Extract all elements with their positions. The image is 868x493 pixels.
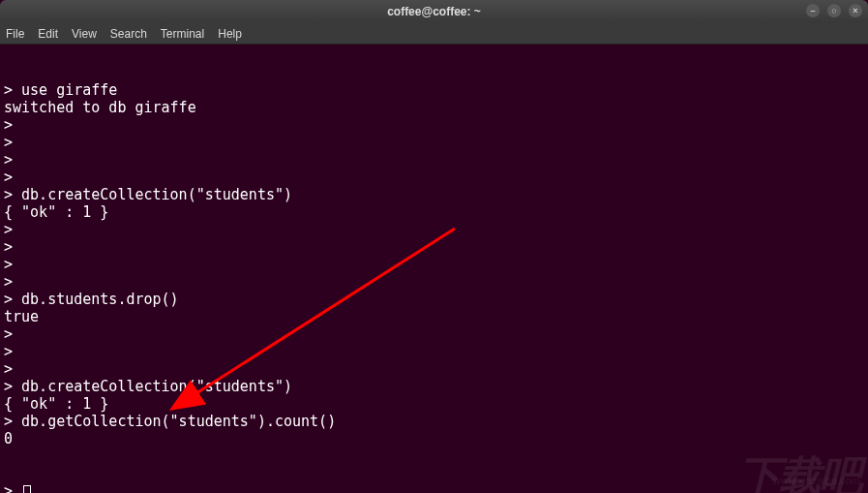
terminal-line: { "ok" : 1 }	[4, 203, 864, 221]
terminal-line: >	[4, 256, 864, 273]
menu-search[interactable]: Search	[110, 27, 147, 41]
terminal-line: >	[4, 343, 864, 360]
terminal-line: >	[4, 116, 864, 134]
terminal-line: > use giraffe	[4, 81, 864, 99]
terminal-viewport[interactable]: > use giraffeswitched to db giraffe> > >…	[0, 45, 868, 493]
terminal-line: >	[4, 273, 864, 291]
terminal-prompt-line: >	[4, 482, 864, 493]
minimize-button[interactable]: –	[806, 4, 820, 17]
terminal-line: switched to db giraffe	[4, 99, 864, 116]
menu-edit[interactable]: Edit	[38, 27, 58, 41]
menu-help[interactable]: Help	[218, 27, 242, 41]
close-button[interactable]: ×	[849, 4, 862, 17]
terminal-line: >	[4, 221, 864, 238]
menu-file[interactable]: File	[6, 27, 24, 41]
terminal-line: >	[4, 325, 864, 343]
terminal-line: >	[4, 238, 864, 256]
terminal-line: true	[4, 308, 864, 325]
terminal-cursor	[23, 485, 31, 493]
window-title: coffee@coffee: ~	[387, 5, 481, 18]
menubar: File Edit View Search Terminal Help	[0, 23, 868, 45]
terminal-line: >	[4, 169, 864, 186]
terminal-content: > use giraffeswitched to db giraffe> > >…	[4, 81, 864, 447]
terminal-line: > db.createCollection("students")	[4, 186, 864, 203]
menu-view[interactable]: View	[72, 27, 97, 41]
terminal-line: >	[4, 134, 864, 151]
maximize-button[interactable]: ○	[827, 4, 841, 17]
terminal-line: > db.getCollection("students").count()	[4, 413, 864, 430]
window-controls: – ○ ×	[806, 4, 862, 17]
terminal-line: 0	[4, 430, 864, 447]
terminal-line: { "ok" : 1 }	[4, 395, 864, 413]
terminal-line: > db.createCollection("students")	[4, 378, 864, 395]
terminal-line: >	[4, 360, 864, 378]
terminal-line: > db.students.drop()	[4, 291, 864, 308]
window-titlebar: coffee@coffee: ~ – ○ ×	[0, 0, 868, 23]
menu-terminal[interactable]: Terminal	[161, 27, 204, 41]
terminal-line: >	[4, 151, 864, 169]
